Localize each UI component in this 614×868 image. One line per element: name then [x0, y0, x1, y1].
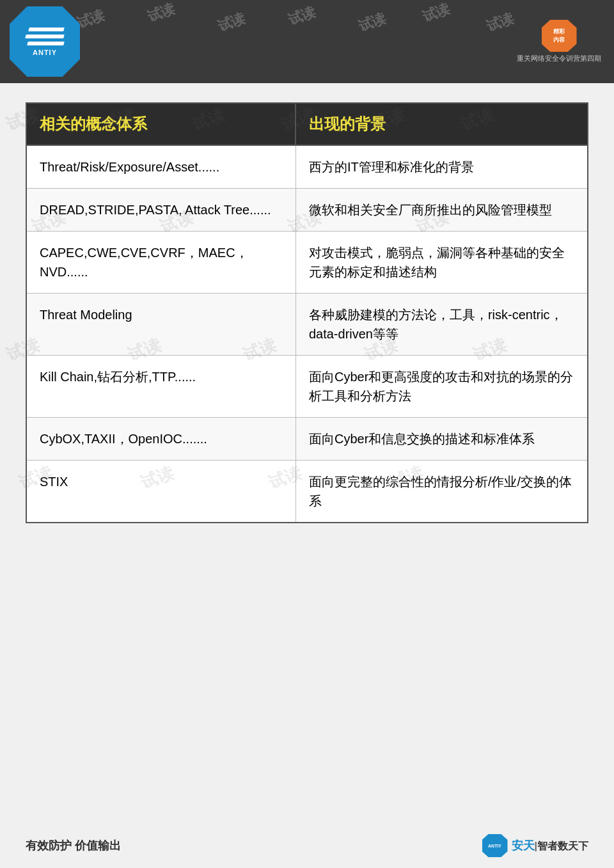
logo-line-3: [27, 42, 65, 45]
header: 试读 试读 试读 试读 试读 试读 试读 ANTIY 精彩内容 重关网络安全令训…: [0, 0, 614, 83]
table-row: Threat/Risk/Exposure/Asset......西方的IT管理和…: [26, 145, 588, 189]
table-row: Kill Chain,钻石分析,TTP......面向Cyber和更高强度的攻击…: [26, 356, 588, 418]
table-row: STIX面向更完整的综合性的情报分析/作业/交换的体系: [26, 461, 588, 523]
table-cell-left: CAPEC,CWE,CVE,CVRF，MAEC，NVD......: [26, 232, 295, 294]
header-right-brand: 精彩内容 重关网络安全令训营第四期: [517, 20, 601, 63]
footer-hex-icon: ANTIY: [482, 834, 508, 857]
watermark-3: 试读: [215, 8, 248, 36]
footer-brand-sub: 智者数天下: [537, 840, 588, 851]
right-hex-text: 精彩内容: [553, 28, 565, 44]
logo-line-2: [25, 35, 65, 38]
table-cell-left: Threat/Risk/Exposure/Asset......: [26, 145, 295, 189]
footer-brand-area: ANTIY 安天|智者数天下: [482, 834, 588, 857]
header-subtitle: 重关网络安全令训营第四期: [517, 54, 601, 63]
table-row: CybOX,TAXII，OpenIOC.......面向Cyber和信息交换的描…: [26, 418, 588, 461]
table-cell-left: CybOX,TAXII，OpenIOC.......: [26, 418, 295, 461]
logo-lines: [26, 28, 64, 45]
antiy-logo: ANTIY: [10, 6, 80, 77]
footer-tagline: 有效防护 价值输出: [26, 838, 121, 853]
concept-table: 相关的概念体系 出现的背景 Threat/Risk/Exposure/Asset…: [26, 102, 588, 523]
table-row: CAPEC,CWE,CVE,CVRF，MAEC，NVD......对攻击模式，脆…: [26, 232, 588, 294]
table-cell-left: Threat Modeling: [26, 294, 295, 356]
watermark-7: 试读: [484, 8, 517, 36]
footer: 有效防护 价值输出 ANTIY 安天|智者数天下: [0, 823, 614, 868]
table-row: Threat Modeling各种威胁建模的方法论，工具，risk-centri…: [26, 294, 588, 356]
table-row: DREAD,STRIDE,PASTA, Attack Tree......微软和…: [26, 189, 588, 232]
right-hex-icon: 精彩内容: [542, 20, 577, 52]
table-cell-right: 面向Cyber和信息交换的描述和标准体系: [295, 418, 588, 461]
table-cell-right: 面向Cyber和更高强度的攻击和对抗的场景的分析工具和分析方法: [295, 356, 588, 418]
watermark-2: 试读: [145, 0, 178, 27]
col2-header: 出现的背景: [295, 103, 588, 145]
table-cell-right: 面向更完整的综合性的情报分析/作业/交换的体系: [295, 461, 588, 523]
footer-hex-label: ANTIY: [488, 844, 501, 848]
watermark-5: 试读: [356, 8, 389, 36]
main-content: 试读 试读 试读 试读 试读 试读 试读 试读 试读 试读 试读 试读 试读 试…: [0, 83, 614, 542]
col1-header: 相关的概念体系: [26, 103, 295, 145]
table-cell-left: STIX: [26, 461, 295, 523]
table-cell-right: 微软和相关安全厂商所推出的风险管理模型: [295, 189, 588, 232]
footer-brand-name: 安天|智者数天下: [512, 838, 588, 853]
table-cell-left: DREAD,STRIDE,PASTA, Attack Tree......: [26, 189, 295, 232]
logo-label: ANTIY: [33, 49, 57, 56]
logo-line-1: [28, 28, 65, 31]
table-cell-left: Kill Chain,钻石分析,TTP......: [26, 356, 295, 418]
watermark-6: 试读: [420, 0, 453, 27]
table-cell-right: 对攻击模式，脆弱点，漏洞等各种基础的安全元素的标定和描述结构: [295, 232, 588, 294]
table-cell-right: 西方的IT管理和标准化的背景: [295, 145, 588, 189]
table-cell-right: 各种威胁建模的方法论，工具，risk-centric，data-driven等等: [295, 294, 588, 356]
watermark-4: 试读: [285, 2, 319, 29]
